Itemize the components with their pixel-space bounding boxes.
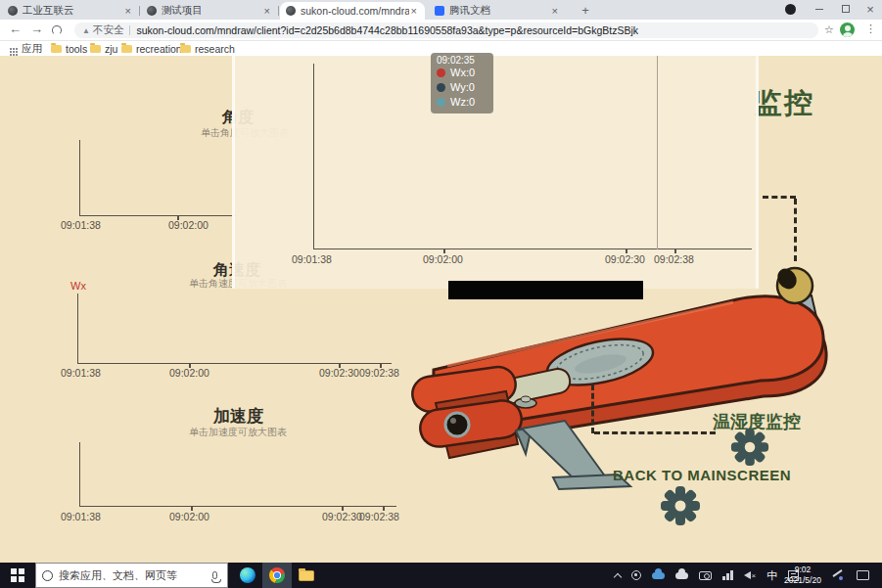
tab-industrial-cloud[interactable]: 工业互联云 ×	[2, 2, 139, 20]
x-tick-label: 09:02:30	[605, 253, 645, 265]
browser-status-icon[interactable]	[785, 4, 796, 15]
close-tab-icon[interactable]: ×	[409, 5, 419, 17]
network-icon[interactable]	[722, 570, 733, 580]
forward-icon[interactable]: →	[30, 22, 43, 36]
tab-strip: 工业互联云 × 测试项目 × sukon-cloud.com/mndraw/cl…	[0, 0, 882, 20]
file-explorer-icon	[299, 570, 314, 581]
humidity-gear-icon[interactable]	[729, 427, 770, 468]
apps-shortcut[interactable]: 应用	[10, 42, 42, 55]
search-placeholder: 搜索应用、文档、网页等	[59, 568, 207, 583]
bookmark-star-icon[interactable]: ☆	[824, 23, 834, 36]
x-tick-label: 09:02:38	[654, 253, 694, 265]
windows-taskbar: 搜索应用、文档、网页等 × 中 9:02 2021/5/20	[0, 563, 882, 588]
enlarged-chart-overlay[interactable]: 09:01:38 09:02:00 09:02:30 09:02:38 09:0…	[232, 56, 759, 289]
windows-logo-icon	[11, 568, 24, 582]
x-tick-label: 09:02:00	[169, 511, 209, 522]
address-bar[interactable]: ▲ 不安全 sukon-cloud.com/mndraw/client?id=c…	[74, 23, 818, 38]
bookmark-label: zju	[105, 43, 117, 55]
tray-expand-icon[interactable]	[614, 572, 622, 580]
chart-accel-title: 加速度	[213, 405, 263, 428]
close-tab-icon[interactable]: ×	[550, 5, 560, 17]
bookmark-label: research	[195, 43, 235, 55]
minimize-button[interactable]	[807, 0, 832, 20]
y-axis-label-wx: Wx	[70, 280, 86, 292]
url-text[interactable]: sukon-cloud.com/mndraw/client?id=c2d25b6…	[136, 24, 638, 36]
close-tab-icon[interactable]: ×	[262, 5, 272, 17]
cloud-icon[interactable]	[675, 572, 688, 579]
overlay-axes	[313, 64, 752, 249]
x-tick-label: 09:01:38	[292, 253, 332, 265]
mainscreen-gear-icon[interactable]	[659, 484, 702, 527]
windows-ink-icon[interactable]	[831, 569, 843, 581]
profile-avatar[interactable]	[840, 23, 855, 37]
tab-separator	[278, 6, 279, 16]
volume-muted-icon[interactable]: ×	[744, 571, 757, 580]
bookmark-folder-research[interactable]: research	[180, 42, 235, 55]
chart-accel-subtitle: 单击加速度可放大图表	[189, 426, 287, 439]
security-label: 不安全	[93, 23, 124, 37]
series-wx-dot	[437, 68, 445, 77]
tab-title: 工业互联云	[23, 4, 123, 18]
folder-icon	[90, 45, 101, 53]
x-tick-label: 09:02:38	[359, 367, 399, 379]
x-tick-label: 09:01:38	[61, 219, 101, 231]
chart-angle[interactable]: 角度 单击角度可放大图表 09:01:38 09:02:00	[54, 103, 250, 230]
ime-language-indicator[interactable]: 中	[766, 568, 777, 583]
url-separator	[129, 25, 130, 35]
globe-favicon	[8, 6, 18, 16]
chart-acceleration[interactable]: 加速度 单击加速度可放大图表 09:01:38 09:02:00 09:02:3…	[54, 399, 401, 526]
close-window-button[interactable]: ×	[858, 0, 882, 20]
chart-angle-axes	[79, 140, 236, 216]
onedrive-cloud-icon[interactable]	[652, 572, 665, 579]
x-tick-label: 09:02:38	[359, 511, 399, 522]
reload-icon[interactable]	[52, 25, 62, 35]
connector-dotted-line	[794, 199, 797, 261]
redaction-bar	[448, 281, 643, 299]
folder-icon	[121, 45, 132, 53]
folder-icon	[180, 45, 191, 53]
restore-button[interactable]	[833, 0, 859, 20]
bookmark-folder-recreation[interactable]: recreation	[121, 42, 182, 55]
taskbar-chrome-active[interactable]	[262, 563, 292, 588]
crosshair-line	[657, 56, 658, 249]
bookmark-folder-tools[interactable]: tools	[51, 42, 87, 55]
start-button[interactable]	[0, 563, 35, 588]
taskbar-search[interactable]: 搜索应用、文档、网页等	[35, 563, 228, 588]
close-tab-icon[interactable]: ×	[123, 5, 133, 17]
tooltip-row: Wz:0	[437, 95, 487, 110]
action-center-icon[interactable]	[857, 570, 869, 580]
back-to-mainscreen-link[interactable]: BACK TO MAINSCREEN	[613, 467, 791, 483]
tab-test-project[interactable]: 测试项目 ×	[141, 2, 278, 20]
browser-menu-icon[interactable]: ⋮	[865, 23, 876, 35]
tab-sukon-cloud-active[interactable]: sukon-cloud.com/mndraw/cli ×	[280, 2, 425, 20]
x-tick-label: 09:01:38	[61, 367, 101, 379]
new-tab-button[interactable]: +	[578, 3, 593, 19]
apps-grid-icon	[10, 48, 12, 50]
chrome-icon	[269, 567, 285, 583]
taskbar-edge[interactable]	[233, 563, 262, 588]
clock-time: 9:02	[781, 565, 824, 575]
taskbar-clock[interactable]: 9:02 2021/5/20	[781, 565, 824, 586]
x-tick-label: 09:02:30	[322, 511, 362, 522]
chart-accel-axes	[79, 442, 396, 507]
back-icon[interactable]: ←	[9, 22, 22, 36]
tooltip-time: 09:02:35	[437, 55, 487, 66]
globe-favicon	[147, 6, 157, 16]
series-wz-dot	[437, 98, 445, 107]
chart-gyro-axes	[77, 294, 392, 364]
bookmark-folder-zju[interactable]: zju	[90, 42, 117, 55]
x-tick-label: 09:02:00	[168, 219, 209, 231]
browser-toolbar: ← → ▲ 不安全 sukon-cloud.com/mndraw/client?…	[0, 20, 882, 41]
globe-favicon	[286, 6, 296, 16]
monitor-title: 监控	[754, 84, 814, 123]
taskbar-file-explorer[interactable]	[292, 563, 321, 588]
not-secure-warning-icon: ▲	[82, 26, 90, 35]
camera-icon[interactable]	[699, 571, 712, 580]
connector-dotted-line	[591, 384, 594, 433]
microphone-icon[interactable]	[212, 571, 217, 579]
tab-tencent-docs[interactable]: 腾讯文档 ×	[429, 2, 566, 20]
bookmark-label: recreation	[136, 43, 182, 55]
apps-label: 应用	[22, 42, 42, 56]
tray-app-icon[interactable]	[631, 570, 641, 580]
clock-date: 2021/5/20	[781, 575, 824, 586]
